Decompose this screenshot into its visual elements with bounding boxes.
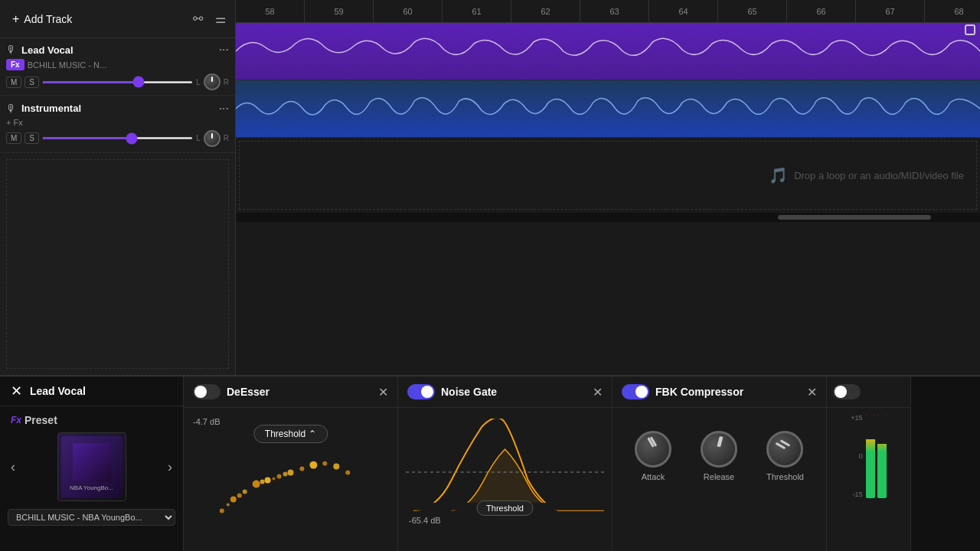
- l-label-lead-vocal: L: [196, 78, 201, 86]
- vu-bar-left: [866, 414, 875, 498]
- drop-hint-lane: 🎵 Drop a loop or an audio/MIDI/video fil…: [239, 141, 977, 210]
- toolbar-icons: ⚯ ⚌: [190, 8, 229, 29]
- vu-bar-left-mask: [866, 414, 875, 439]
- de-esser-body: -4.7 dB Threshold ⌃: [184, 408, 397, 551]
- de-esser-close-button[interactable]: ✕: [378, 385, 388, 399]
- lead-vocal-name: Lead Vocal: [21, 44, 214, 56]
- preset-select-row: BCHILL MUSIC - NBA YoungBo...: [0, 504, 183, 530]
- preset-thumb-inner: NBA YoungBo...: [61, 436, 122, 497]
- vocal-track-lane[interactable]: [236, 23, 980, 80]
- svg-point-6: [288, 470, 294, 476]
- instrumental-track-lane[interactable]: [236, 80, 980, 138]
- noise-gate-title: Noise Gate: [441, 386, 586, 398]
- svg-point-13: [237, 493, 242, 497]
- timeline-ruler: 58 59 60 61 62 63 64 65 66 67 68: [236, 0, 980, 23]
- preset-header: Fx Preset: [0, 406, 183, 429]
- link-icon-button[interactable]: ⚯: [190, 8, 206, 29]
- ruler-mark-61: 61: [443, 0, 511, 22]
- fbk-toggle-knob: [635, 386, 648, 398]
- svg-point-10: [333, 464, 339, 470]
- add-track-button[interactable]: + Add Track: [6, 9, 78, 29]
- volume-slider-lead-vocal[interactable]: [42, 81, 193, 83]
- preset-thumbnail: NBA YoungBo...: [57, 432, 126, 501]
- volume-slider-instrumental[interactable]: [42, 137, 193, 139]
- left-panel: + Add Track ⚯ ⚌ 🎙 Lead Vocal ··· Fx BCHI…: [0, 0, 236, 375]
- attack-knob[interactable]: [635, 431, 671, 468]
- svg-point-2: [243, 489, 247, 494]
- vu-label-zero: 0: [851, 452, 862, 460]
- noise-gate-threshold-display[interactable]: Threshold: [476, 500, 534, 516]
- svg-point-3: [253, 481, 260, 488]
- track-row-instrumental: 🎙 Instrumental ··· + Fx M S L R: [0, 96, 235, 153]
- fx-card-fbk-header: FBK Compressor ✕: [612, 377, 826, 408]
- fx-tag: Fx: [11, 415, 21, 425]
- preset-select[interactable]: BCHILL MUSIC - NBA YoungBo...: [8, 509, 175, 526]
- noise-gate-close-button[interactable]: ✕: [593, 385, 603, 399]
- l-label-instrumental: L: [196, 134, 201, 142]
- svg-point-11: [345, 471, 350, 475]
- de-esser-toggle[interactable]: [193, 384, 220, 399]
- de-esser-threshold-label: Threshold: [265, 429, 305, 439]
- de-esser-title: DeEsser: [227, 386, 372, 398]
- fx-4th-toggle[interactable]: [833, 384, 861, 399]
- fbk-toggle[interactable]: [622, 384, 649, 399]
- noise-gate-toggle-knob: [421, 386, 433, 398]
- release-knob[interactable]: [701, 431, 737, 468]
- bottom-panel: ✕ Lead Vocal Fx Preset ‹ NBA YoungBo... …: [0, 375, 980, 551]
- add-track-label: Add Track: [24, 13, 72, 25]
- left-drop-zone: [6, 159, 229, 369]
- vu-bar-right-mask: [877, 414, 887, 444]
- r-label-instrumental: R: [224, 134, 229, 142]
- track-more-instrumental[interactable]: ···: [219, 102, 229, 116]
- ruler-mark-60: 60: [374, 0, 443, 22]
- fx-4th-toggle-knob: [835, 386, 847, 398]
- attack-label: Attack: [642, 472, 665, 481]
- preset-prev-button[interactable]: ‹: [8, 456, 18, 478]
- threshold-knob[interactable]: [766, 431, 803, 468]
- fbk-body: Attack Release Threshold: [612, 408, 826, 551]
- vu-bars: [866, 414, 887, 498]
- fx-badge-lead-vocal: Fx: [6, 59, 24, 70]
- plus-icon: +: [12, 12, 19, 26]
- fx-name-lead-vocal: BCHILL MUSIC - N...: [28, 60, 107, 70]
- de-esser-threshold-button[interactable]: Threshold ⌃: [253, 425, 328, 443]
- horizontal-scrollbar-thumb[interactable]: [778, 215, 931, 220]
- ruler-mark-68: 68: [925, 0, 980, 22]
- pan-knob-lead-vocal[interactable]: [204, 73, 220, 90]
- ruler-mark-65: 65: [718, 0, 787, 22]
- solo-button-instrumental[interactable]: S: [24, 132, 39, 144]
- threshold-knob-group: Threshold: [766, 431, 804, 481]
- bottom-close-button[interactable]: ✕: [11, 383, 22, 399]
- svg-point-1: [230, 496, 237, 502]
- mixer-icon-button[interactable]: ⚌: [212, 8, 229, 29]
- mute-button-instrumental[interactable]: M: [6, 132, 21, 144]
- mic-icon: 🎙: [6, 44, 17, 56]
- ruler-mark-59: 59: [305, 0, 374, 22]
- solo-button-lead-vocal[interactable]: S: [24, 77, 39, 88]
- de-esser-toggle-knob: [194, 386, 207, 398]
- mute-button-lead-vocal[interactable]: M: [6, 77, 21, 88]
- ruler-mark-63: 63: [580, 0, 649, 22]
- track-more-lead-vocal[interactable]: ···: [219, 43, 229, 57]
- preset-nav: ‹ NBA YoungBo... ›: [0, 429, 183, 504]
- drop-hint-icon: 🎵: [769, 166, 788, 184]
- noise-gate-body: -65.4 dB Threshold: [398, 408, 612, 551]
- track-row-lead-vocal: 🎙 Lead Vocal ··· Fx BCHILL MUSIC - N... …: [0, 38, 235, 96]
- ruler-mark-58: 58: [236, 0, 305, 22]
- noise-gate-toggle[interactable]: [407, 384, 435, 399]
- fbk-knobs-row: Attack Release Threshold: [620, 416, 818, 481]
- fbk-close-button[interactable]: ✕: [807, 385, 817, 399]
- svg-point-8: [309, 461, 317, 469]
- de-esser-db-value: -4.7 dB: [193, 417, 220, 426]
- mic-icon-instrumental: 🎙: [6, 103, 17, 115]
- pan-knob-instrumental[interactable]: [204, 130, 220, 147]
- preset-label: Preset: [24, 414, 57, 426]
- drop-hint-text: Drop a loop or an audio/MIDI/video file: [794, 170, 964, 181]
- fx-label-instrumental: + Fx: [6, 118, 23, 127]
- svg-point-0: [220, 508, 224, 513]
- preset-next-button[interactable]: ›: [165, 456, 175, 478]
- noise-gate-threshold-label: Threshold: [486, 504, 524, 513]
- bottom-header: ✕ Lead Vocal: [0, 377, 183, 406]
- ruler-mark-62: 62: [511, 0, 580, 22]
- de-esser-threshold-chevron: ⌃: [309, 429, 316, 439]
